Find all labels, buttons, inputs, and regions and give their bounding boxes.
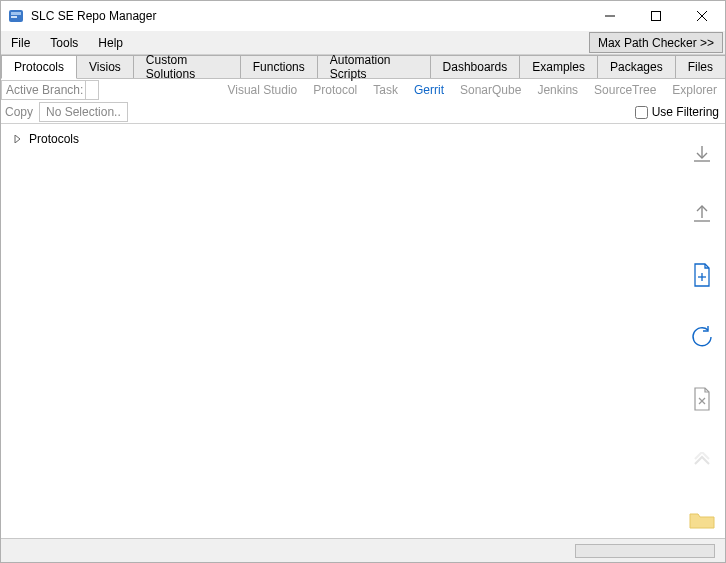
svg-rect-4 — [652, 12, 661, 21]
tab-examples[interactable]: Examples — [519, 55, 598, 78]
link-sonarqube[interactable]: SonarQube — [452, 83, 529, 97]
sync-icon — [689, 324, 715, 350]
tabstrip: Protocols Visios Custom Solutions Functi… — [1, 55, 725, 79]
menu-help[interactable]: Help — [88, 31, 133, 54]
side-toolbar — [679, 124, 725, 538]
tree-view[interactable]: Protocols — [1, 124, 679, 538]
maximize-button[interactable] — [633, 1, 679, 31]
link-gerrit[interactable]: Gerrit — [406, 83, 452, 97]
download-icon — [691, 143, 713, 165]
close-button[interactable] — [679, 1, 725, 31]
statusbar — [1, 538, 725, 562]
minimize-button[interactable] — [587, 1, 633, 31]
delete-file-icon — [691, 386, 713, 412]
delete-file-button[interactable] — [688, 386, 716, 412]
branch-bar: Active Branch: Visual Studio Protocol Ta… — [1, 79, 725, 101]
upload-button[interactable] — [688, 202, 716, 226]
selection-box[interactable]: No Selection.. — [39, 102, 128, 122]
menu-tools[interactable]: Tools — [40, 31, 88, 54]
use-filtering-checkbox[interactable] — [635, 106, 648, 119]
open-folder-button[interactable] — [688, 508, 716, 532]
link-explorer[interactable]: Explorer — [664, 83, 725, 97]
scroll-up-button[interactable] — [688, 448, 716, 472]
sync-button[interactable] — [688, 324, 716, 350]
tab-automation-scripts[interactable]: Automation Scripts — [317, 55, 431, 78]
window-title: SLC SE Repo Manager — [31, 9, 156, 23]
app-window: SLC SE Repo Manager File Tools Help Max … — [0, 0, 726, 563]
tab-visios[interactable]: Visios — [76, 55, 134, 78]
tree-root-label: Protocols — [29, 132, 79, 146]
chevron-up-icon — [691, 452, 713, 468]
use-filtering-label: Use Filtering — [652, 105, 719, 119]
active-branch-field[interactable] — [85, 80, 99, 100]
link-visual-studio[interactable]: Visual Studio — [219, 83, 305, 97]
menubar: File Tools Help Max Path Checker >> — [1, 31, 725, 55]
svg-rect-1 — [11, 12, 21, 15]
progress-bar — [575, 544, 715, 558]
max-path-checker-button[interactable]: Max Path Checker >> — [589, 32, 723, 53]
content-area: Protocols — [1, 123, 725, 538]
svg-rect-2 — [11, 16, 17, 18]
tree-root-node[interactable]: Protocols — [5, 130, 675, 148]
upload-icon — [691, 203, 713, 225]
link-task[interactable]: Task — [365, 83, 406, 97]
tab-files[interactable]: Files — [675, 55, 726, 78]
link-protocol[interactable]: Protocol — [305, 83, 365, 97]
use-filtering-toggle[interactable]: Use Filtering — [635, 105, 725, 119]
tab-packages[interactable]: Packages — [597, 55, 676, 78]
link-sourcetree[interactable]: SourceTree — [586, 83, 664, 97]
menu-file[interactable]: File — [1, 31, 40, 54]
tab-dashboards[interactable]: Dashboards — [430, 55, 521, 78]
download-button[interactable] — [688, 142, 716, 166]
link-jenkins[interactable]: Jenkins — [529, 83, 586, 97]
copy-bar: Copy No Selection.. Use Filtering — [1, 101, 725, 123]
caret-right-icon — [13, 134, 23, 144]
tab-functions[interactable]: Functions — [240, 55, 318, 78]
folder-icon — [688, 510, 716, 530]
tab-protocols[interactable]: Protocols — [1, 55, 77, 79]
tab-custom-solutions[interactable]: Custom Solutions — [133, 55, 241, 78]
new-file-icon — [691, 262, 713, 288]
app-icon — [7, 7, 25, 25]
copy-label: Copy — [1, 105, 39, 119]
active-branch-label: Active Branch: — [1, 80, 85, 100]
titlebar: SLC SE Repo Manager — [1, 1, 725, 31]
new-file-button[interactable] — [688, 262, 716, 288]
